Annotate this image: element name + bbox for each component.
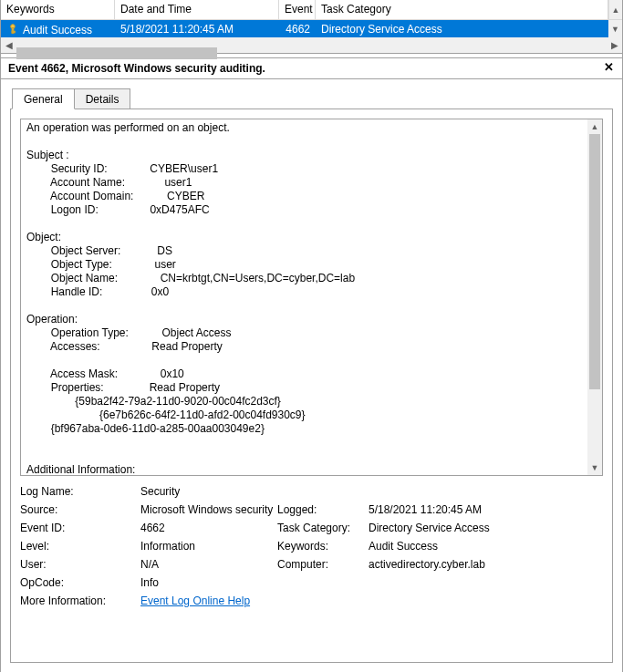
panel-title: Event 4662, Microsoft Windows security a…	[8, 62, 265, 75]
svg-rect-2	[12, 31, 15, 33]
event-list-header: Keywords Date and Time Event ID Task Cat…	[1, 0, 622, 20]
level-label: Level:	[20, 540, 140, 553]
moreinfo-link[interactable]: Event Log Online Help	[140, 594, 250, 607]
user-label: User:	[20, 558, 140, 571]
scroll-left-icon[interactable]: ◀	[1, 37, 16, 53]
keywords-label: Keywords:	[277, 540, 369, 553]
col-header-taskcat[interactable]: Task Category	[316, 0, 608, 19]
scroll-up-icon[interactable]: ▲	[587, 119, 602, 134]
scroll-right-icon[interactable]: ▶	[607, 37, 622, 53]
computer-value: activedirectory.cyber.lab	[369, 558, 603, 571]
taskcat-label: Task Category:	[277, 522, 369, 534]
event-properties-panel: Event 4662, Microsoft Windows security a…	[1, 57, 622, 672]
event-row-datetime: 5/18/2021 11:20:45 AM	[115, 20, 279, 37]
event-row-eventid: 4662	[279, 20, 316, 37]
scroll-up-icon[interactable]: ▲	[608, 0, 622, 19]
event-description-box: An operation was performed on an object.…	[20, 119, 603, 476]
event-list: Keywords Date and Time Event ID Task Cat…	[1, 0, 622, 54]
event-row-taskcat: Directory Service Access	[316, 20, 622, 37]
eventid-label: Event ID:	[20, 522, 140, 534]
v-scroll-thumb[interactable]	[589, 134, 600, 389]
level-value: Information	[140, 540, 277, 553]
tab-details[interactable]: Details	[74, 88, 131, 109]
close-icon[interactable]: ✕	[602, 62, 615, 75]
logged-label: Logged:	[277, 503, 369, 516]
keywords-value: Audit Success	[369, 540, 603, 553]
col-header-eventid[interactable]: Event ID	[279, 0, 316, 19]
source-value: Microsoft Windows security	[140, 503, 277, 516]
logname-label: Log Name:	[20, 485, 140, 498]
computer-label: Computer:	[277, 558, 369, 571]
opcode-label: OpCode:	[20, 576, 140, 589]
audit-success-key-icon	[6, 23, 19, 36]
col-header-keywords[interactable]: Keywords	[1, 0, 115, 19]
tab-strip: General Details	[1, 79, 622, 109]
taskcat-value: Directory Service Access	[369, 522, 603, 534]
source-label: Source:	[20, 503, 140, 516]
event-row-keywords: Audit Success	[23, 24, 92, 36]
moreinfo-label: More Information:	[20, 594, 140, 607]
tab-panel-general: An operation was performed on an object.…	[10, 109, 613, 663]
event-properties-grid: Log Name: Security Source: Microsoft Win…	[20, 485, 603, 607]
scroll-down-icon[interactable]: ▼	[587, 460, 602, 475]
opcode-value: Info	[140, 576, 603, 589]
scroll-down-icon[interactable]: ▼	[608, 20, 622, 37]
user-value: N/A	[140, 558, 277, 571]
event-row[interactable]: Audit Success 5/18/2021 11:20:45 AM 4662…	[1, 20, 622, 37]
h-scroll-thumb[interactable]	[16, 47, 217, 59]
vertical-scrollbar[interactable]: ▲ ▼	[587, 119, 602, 475]
event-description-text[interactable]: An operation was performed on an object.…	[21, 119, 587, 475]
col-header-datetime[interactable]: Date and Time	[115, 0, 279, 19]
logname-value: Security	[140, 485, 603, 498]
tab-general[interactable]: General	[12, 88, 75, 109]
eventid-value: 4662	[140, 522, 277, 534]
logged-value: 5/18/2021 11:20:45 AM	[369, 503, 603, 516]
horizontal-scrollbar[interactable]: ◀ ▶	[1, 37, 622, 53]
